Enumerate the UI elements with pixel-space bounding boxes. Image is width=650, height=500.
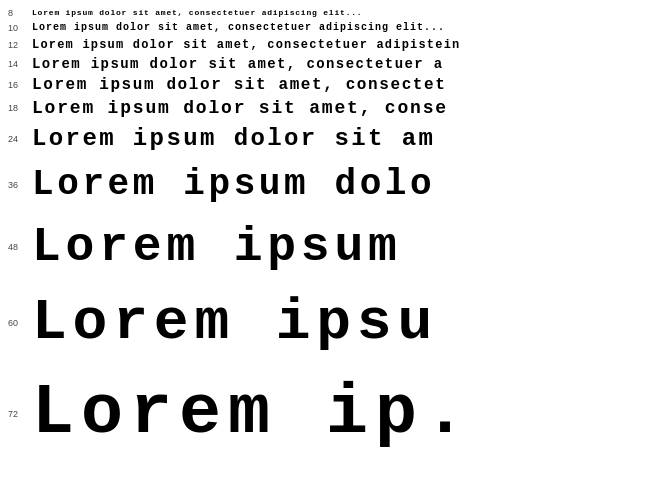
- font-size-text-36: Lorem ipsum dolo: [32, 158, 644, 212]
- font-size-text-16: Lorem ipsum dolor sit amet, consectet: [32, 74, 644, 96]
- font-size-row-14: 14Lorem ipsum dolor sit amet, consectetu…: [32, 54, 644, 74]
- font-size-label-14: 14: [8, 59, 18, 69]
- font-size-label-60: 60: [8, 318, 18, 328]
- font-size-text-24: Lorem ipsum dolor sit am: [32, 120, 644, 158]
- font-size-row-48: 48Lorem ipsum: [32, 212, 644, 282]
- font-size-row-36: 36Lorem ipsum dolo: [32, 158, 644, 212]
- font-size-label-48: 48: [8, 242, 18, 252]
- font-size-row-8: 8Lorem ipsum dolor sit amet, consectetue…: [32, 6, 644, 20]
- font-size-row-24: 24Lorem ipsum dolor sit am: [32, 120, 644, 158]
- font-preview-container: 8Lorem ipsum dolor sit amet, consectetue…: [0, 0, 650, 470]
- font-size-label-36: 36: [8, 180, 18, 190]
- font-size-label-16: 16: [8, 80, 18, 90]
- font-size-text-12: Lorem ipsum dolor sit amet, consectetuer…: [32, 36, 644, 54]
- font-size-text-18: Lorem ipsum dolor sit amet, conse: [32, 96, 644, 120]
- font-size-text-48: Lorem ipsum: [32, 212, 644, 282]
- font-size-text-10: Lorem ipsum dolor sit amet, consectetuer…: [32, 20, 644, 36]
- font-size-text-72: Lorem ip.: [32, 364, 644, 464]
- font-size-row-18: 18Lorem ipsum dolor sit amet, conse: [32, 96, 644, 120]
- font-size-row-12: 12Lorem ipsum dolor sit amet, consectetu…: [32, 36, 644, 54]
- font-size-label-72: 72: [8, 409, 18, 419]
- font-size-row-60: 60Lorem ipsu: [32, 282, 644, 364]
- font-size-label-18: 18: [8, 103, 18, 113]
- font-size-text-14: Lorem ipsum dolor sit amet, consectetuer…: [32, 54, 644, 74]
- font-size-row-72: 72Lorem ip.: [32, 364, 644, 464]
- font-size-label-10: 10: [8, 23, 18, 33]
- font-size-text-8: Lorem ipsum dolor sit amet, consectetuer…: [32, 6, 644, 20]
- font-size-label-12: 12: [8, 40, 18, 50]
- font-size-label-24: 24: [8, 134, 18, 144]
- font-size-text-60: Lorem ipsu: [32, 282, 644, 364]
- font-size-row-16: 16Lorem ipsum dolor sit amet, consectet: [32, 74, 644, 96]
- font-size-label-8: 8: [8, 8, 13, 18]
- font-size-row-10: 10Lorem ipsum dolor sit amet, consectetu…: [32, 20, 644, 36]
